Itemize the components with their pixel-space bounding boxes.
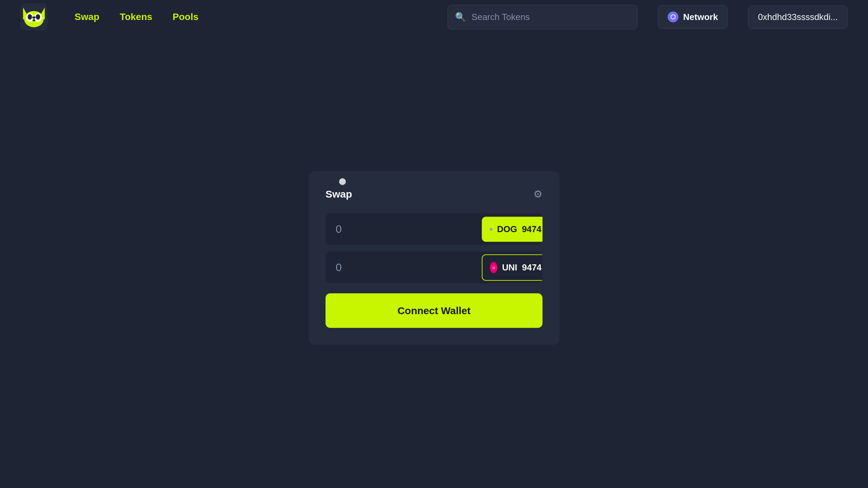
logo[interactable] — [20, 3, 47, 30]
wallet-address: 0xhdhd33ssssdkdi... — [758, 12, 838, 22]
to-token-symbol: UNI — [502, 262, 517, 273]
network-button[interactable]: ⬡ Network — [658, 5, 728, 29]
to-amount-input[interactable] — [326, 252, 482, 283]
uni-icon: U — [490, 262, 497, 273]
network-label: Network — [683, 12, 718, 22]
settings-icon[interactable]: ⚙ — [533, 188, 542, 200]
swap-card-title: Swap — [326, 188, 352, 200]
main-content: Swap ⚙ DOG 9474 — [309, 171, 559, 345]
from-amount-input[interactable] — [326, 214, 482, 245]
swap-card-header: Swap ⚙ — [326, 188, 542, 200]
search-icon: 🔍 — [455, 12, 466, 22]
from-token-row: DOG 9474 — [326, 214, 542, 245]
nav-tokens[interactable]: Tokens — [120, 12, 152, 22]
from-token-balance: 9474 — [522, 224, 541, 235]
wallet-address-button[interactable]: 0xhdhd33ssssdkdi... — [748, 5, 848, 29]
svg-rect-6 — [32, 16, 36, 18]
search-input[interactable] — [448, 5, 637, 29]
svg-point-9 — [33, 19, 35, 21]
nav-links: Swap Tokens Pools — [75, 12, 198, 22]
to-token-row: U UNI 9474 — [326, 252, 542, 283]
network-icon: ⬡ — [668, 12, 678, 22]
connect-wallet-button[interactable]: Connect Wallet — [326, 293, 542, 328]
to-token-balance: 9474 — [522, 262, 541, 273]
swap-card: Swap ⚙ DOG 9474 — [309, 171, 559, 345]
logo-icon — [20, 3, 47, 30]
to-token-selector[interactable]: U UNI 9474 — [482, 254, 542, 281]
svg-point-8 — [36, 14, 40, 20]
svg-text:U: U — [492, 266, 495, 269]
eth-icon — [490, 223, 492, 235]
nav-pools[interactable]: Pools — [173, 12, 198, 22]
nav-swap[interactable]: Swap — [75, 12, 99, 22]
search-container: 🔍 — [448, 5, 637, 29]
from-token-selector[interactable]: DOG 9474 — [482, 217, 542, 242]
svg-point-7 — [28, 14, 32, 20]
from-token-symbol: DOG — [497, 224, 517, 235]
navbar: Swap Tokens Pools 🔍 ⬡ Network 0xhdhd33ss… — [0, 0, 868, 34]
uni-svg: U — [490, 264, 497, 271]
